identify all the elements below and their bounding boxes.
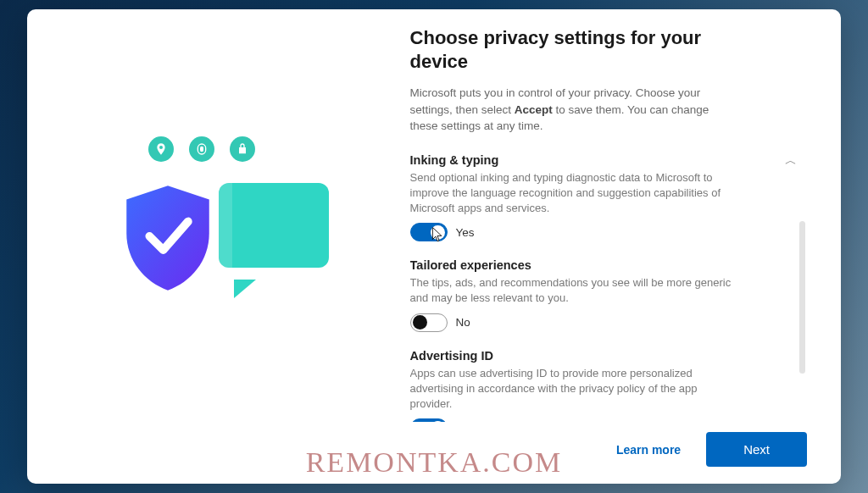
footer-actions: Learn more Next	[410, 422, 807, 467]
tailored-toggle[interactable]	[410, 313, 448, 332]
section-title: Tailored experiences	[410, 258, 732, 272]
location-pin-icon	[148, 136, 174, 162]
section-advertising-id: Advertising ID Apps can use advertising …	[410, 349, 732, 422]
section-title: Inking & typing	[410, 153, 732, 167]
shield-check-icon	[121, 183, 214, 293]
next-button[interactable]: Next	[706, 432, 807, 467]
scrollbar[interactable]	[799, 221, 805, 374]
section-title: Advertising ID	[410, 349, 732, 363]
toggle-state-label: No	[456, 316, 470, 329]
section-desc: Send optional inking and typing diagnost…	[410, 170, 732, 217]
toggle-state-label: Yes	[456, 226, 475, 239]
illustration-pane	[27, 9, 402, 484]
content-pane: Choose privacy settings for your device …	[402, 9, 841, 484]
learn-more-link[interactable]: Learn more	[616, 443, 681, 457]
section-tailored-experiences: Tailored experiences The tips, ads, and …	[410, 258, 732, 331]
section-desc: Apps can use advertising ID to provide m…	[410, 366, 732, 413]
settings-list: ︿ Inking & typing Send optional inking a…	[410, 153, 807, 422]
toggle-row: Yes	[410, 418, 732, 422]
speech-bubble-icon	[219, 183, 329, 285]
adid-toggle[interactable]	[410, 418, 448, 422]
settings-scroll-area[interactable]: Inking & typing Send optional inking and…	[410, 153, 790, 422]
oobe-privacy-window: Choose privacy settings for your device …	[27, 9, 841, 484]
lock-icon	[230, 136, 255, 162]
toggle-row: Yes	[410, 223, 732, 241]
page-title: Choose privacy settings for your device	[410, 26, 715, 73]
intro-text: Microsoft puts you in control of your pr…	[410, 85, 732, 135]
toggle-row: No	[410, 313, 732, 332]
privacy-illustration	[87, 136, 342, 357]
inking-toggle[interactable]	[410, 223, 448, 241]
section-inking-typing: Inking & typing Send optional inking and…	[410, 153, 732, 242]
section-desc: The tips, ads, and recommendations you s…	[410, 275, 732, 306]
fingerprint-icon	[189, 136, 214, 162]
